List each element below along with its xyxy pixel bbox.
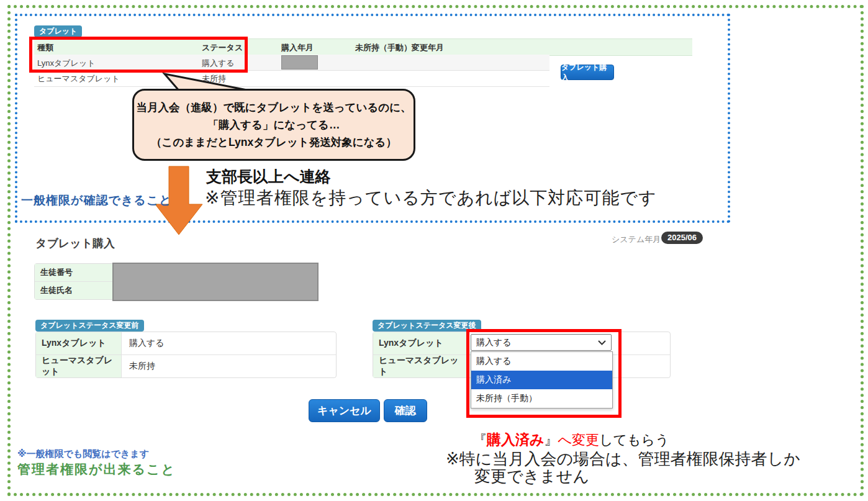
status-select[interactable]: 購入する [471, 334, 612, 351]
table-row: ヒューマスタブレット 未所持 [36, 355, 336, 377]
emphasis-purchased: 購入済み [487, 431, 545, 448]
tablet-section-badge: タブレット [34, 25, 82, 37]
callout-bubble: 当月入会（進級）で既にタブレットを送っているのに、 「購入する」になってる… （… [132, 89, 415, 161]
instruction-note-line2: 変更できません [474, 466, 589, 487]
status-before-table: Lynxタブレット 購入する ヒューマスタブレット 未所持 [35, 332, 337, 378]
option-kounyu-suru[interactable]: 購入する [471, 352, 612, 371]
col-status: ステータス [202, 42, 243, 53]
general-permission-label: 一般権限が確認できること [21, 192, 172, 209]
row-value: 未所持 [122, 355, 155, 377]
callout-line: 「購入する」になってる… [134, 116, 414, 133]
table-row: Lynxタブレット 購入する [36, 332, 336, 355]
student-name-label: 生徒氏名 [35, 282, 114, 299]
general-view-note: ※一般権限でも閲覧はできます [17, 448, 149, 460]
option-kounyu-zumi[interactable]: 購入済み [471, 371, 612, 389]
tablet-table-header: 種類 ステータス 購入年月 未所持（手動）変更年月 [34, 38, 692, 56]
cancel-button[interactable]: キャンセル [309, 399, 380, 422]
table-row-humas: ヒューマスタブレット 未所持 [34, 70, 549, 87]
system-month-label: システム年月 [612, 234, 661, 245]
callout-line: 当月入会（進級）で既にタブレットを送っているのに、 [134, 99, 414, 116]
redacted-purchase-month [281, 55, 318, 70]
page-title: タブレット購入 [35, 236, 115, 251]
table-row-lynx: Lynxタブレット 購入する [34, 55, 549, 71]
row-status: 未所持 [202, 73, 226, 84]
contact-note: ※管理者権限を持っている方であれば以下対応可能です [205, 186, 657, 210]
status-before-badge: タブレットステータス変更前 [35, 320, 144, 332]
contact-title: 支部長以上へ連絡 [206, 166, 331, 187]
confirm-button[interactable]: 確認 [384, 399, 427, 422]
col-manual-change-month: 未所持（手動）変更年月 [355, 42, 444, 53]
redacted-student-info [112, 263, 319, 301]
row-label: Lynxタブレット [373, 332, 468, 354]
col-purchase-month: 購入年月 [281, 42, 314, 53]
admin-permission-label: 管理者権限が出来ること [17, 461, 176, 478]
chevron-down-icon [598, 340, 606, 345]
row-status: 購入する [202, 58, 235, 69]
slide-canvas: タブレット 種類 ステータス 購入年月 未所持（手動）変更年月 Lynxタブレッ… [0, 0, 868, 501]
status-select-dropdown: 購入する 購入済み 未所持（手動） [471, 351, 613, 408]
row-label: ヒューマスタブレット [36, 355, 122, 377]
col-type: 種類 [37, 42, 53, 53]
system-month-badge: 2025/06 [661, 232, 703, 244]
status-after-badge: タブレットステータス変更後 [373, 320, 481, 332]
option-mishoji-shudou[interactable]: 未所持（手動） [471, 389, 612, 408]
bracket: 』 [545, 432, 558, 448]
student-number-label: 生徒番号 [35, 264, 114, 281]
change-instruction: 『購入済み』へ変更してもらう [473, 430, 669, 449]
row-value: 購入する [122, 332, 165, 354]
red-change-text: へ変更 [558, 432, 600, 448]
bracket: 『 [473, 432, 487, 448]
tail-text: してもらう [599, 432, 669, 448]
row-label: ヒューマスタブレット [373, 355, 468, 377]
row-type: Lynxタブレット [37, 58, 96, 69]
row-type: ヒューマスタブレット [37, 73, 120, 84]
row-label: Lynxタブレット [36, 332, 122, 354]
tablet-purchase-button[interactable]: タブレット購入 [561, 65, 614, 80]
status-select-value: 購入する [476, 337, 512, 348]
callout-line: （このままだとLynxタブレット発送対象になる） [134, 133, 414, 151]
